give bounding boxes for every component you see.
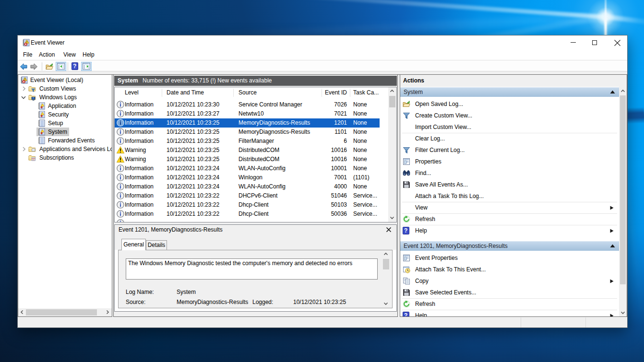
svg-text:?: ? xyxy=(73,63,76,70)
svg-text:?: ? xyxy=(404,227,407,234)
svg-text:?: ? xyxy=(404,312,407,317)
